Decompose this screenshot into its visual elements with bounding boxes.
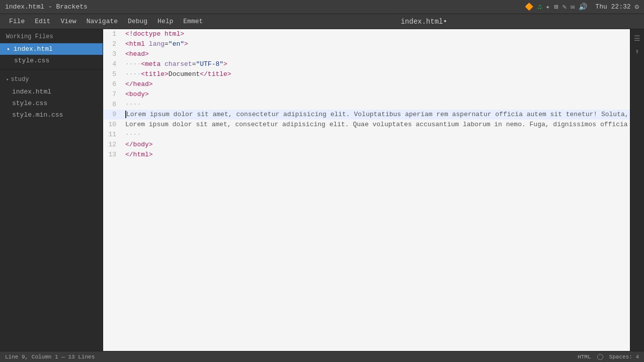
statusbar: Line 9, Column 1 — 13 Lines HTML Spaces:… <box>0 351 644 362</box>
sync-icon: ✦ <box>546 3 550 11</box>
table-row: 10 Lorem ipsum dolor sit amet, consectet… <box>103 120 630 130</box>
table-row: 11 ···· <box>103 130 630 140</box>
sidebar-item-style-css[interactable]: style.css <box>0 98 103 109</box>
sidebar-item-style-min-css[interactable]: style.min.css <box>0 109 103 121</box>
menu-navigate[interactable]: Navigate <box>83 16 122 27</box>
language-badge[interactable]: HTML <box>578 354 591 360</box>
menu-emmet[interactable]: Emmet <box>179 16 207 27</box>
table-row: 12 </body> <box>103 140 630 150</box>
file-title: index.html• <box>209 18 639 26</box>
table-row: 3 <head> <box>103 49 630 59</box>
table-row: 8 ···· <box>103 100 630 110</box>
titlebar-title: index.html - Brackets <box>5 3 88 11</box>
settings-icon[interactable]: ⚙ <box>635 3 639 11</box>
status-circle <box>597 354 603 360</box>
spotify-icon: ♫ <box>537 3 541 11</box>
code-table: 1 <!doctype html> 2 <html lang="en"> 3 <… <box>103 29 630 160</box>
titlebar-icons: 🔶 ♫ ✦ ⊞ ✎ ✉ 🔊 Thu 22:32 ⚙ <box>525 3 639 11</box>
statusbar-left: Line 9, Column 1 — 13 Lines <box>5 354 574 360</box>
sidebar-item-index-html[interactable]: index.html <box>0 86 103 98</box>
volume-icon: 🔊 <box>579 3 587 11</box>
pen-icon: ✎ <box>562 3 566 11</box>
cursor-position: Line 9, Column 1 — 13 Lines <box>5 354 95 360</box>
folder-arrow-icon: ▾ <box>6 77 9 82</box>
right-panel: ☰ ⬆ <box>630 29 644 351</box>
working-files-label: Working Files <box>0 29 103 43</box>
time: Thu 22:32 <box>595 3 630 11</box>
file-icon[interactable]: ☰ <box>632 33 642 43</box>
table-row: 1 <!doctype html> <box>103 29 630 39</box>
code-editor[interactable]: 1 <!doctype html> 2 <html lang="en"> 3 <… <box>103 29 630 351</box>
table-row: 13 </html> <box>103 150 630 160</box>
cloud-upload-icon[interactable]: ⬆ <box>632 46 642 56</box>
sidebar-item-index-html-working[interactable]: index.html <box>0 43 103 55</box>
menu-edit[interactable]: Edit <box>31 16 54 27</box>
sidebar: Working Files index.html style.css ▾ stu… <box>0 29 103 351</box>
spaces-indicator[interactable]: Spaces: 4 <box>609 354 639 360</box>
vlc-icon: 🔶 <box>525 3 533 11</box>
menu-file[interactable]: File <box>5 16 29 27</box>
menu-help[interactable]: Help <box>153 16 177 27</box>
titlebar: index.html - Brackets 🔶 ♫ ✦ ⊞ ✎ ✉ 🔊 Thu … <box>0 0 644 14</box>
table-row: 6 </head> <box>103 79 630 89</box>
table-row: 5 ····<title>Document</title> <box>103 69 630 79</box>
menubar: File Edit View Navigate Debug Help Emmet… <box>0 14 644 29</box>
table-row: 2 <html lang="en"> <box>103 39 630 49</box>
main-area: Working Files index.html style.css ▾ stu… <box>0 29 644 351</box>
folder-label: study <box>11 76 29 83</box>
table-row: 4 ····<meta charset="UTF-8"> <box>103 59 630 69</box>
statusbar-right: HTML Spaces: 4 <box>578 354 639 360</box>
table-row: 7 <body> <box>103 89 630 100</box>
mail-icon: ✉ <box>571 3 575 11</box>
sidebar-folder-study[interactable]: ▾ study <box>0 73 103 86</box>
window-icon: ⊞ <box>554 3 558 11</box>
menu-view[interactable]: View <box>56 16 80 27</box>
sidebar-item-style-css-working[interactable]: style.css <box>0 55 103 66</box>
table-row: 9 Lorem ipsum dolor sit amet, consectetu… <box>103 110 630 120</box>
sidebar-divider <box>0 69 103 70</box>
menu-debug[interactable]: Debug <box>124 16 151 27</box>
